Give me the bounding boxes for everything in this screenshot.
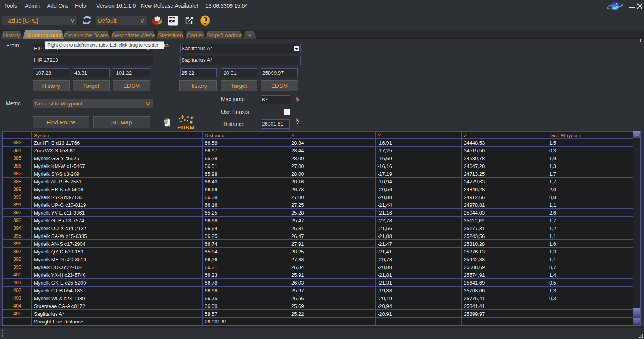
svg-text:EDSM: EDSM <box>177 124 195 130</box>
svg-text:?: ? <box>203 16 208 26</box>
